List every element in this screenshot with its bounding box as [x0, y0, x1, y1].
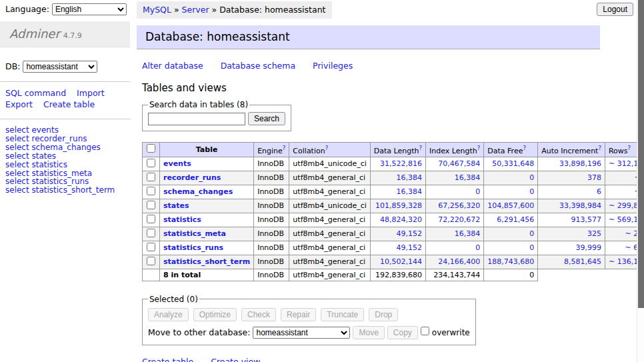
- truncate-button[interactable]: Truncate: [321, 308, 364, 321]
- help-icon[interactable]: ?: [628, 145, 631, 151]
- column-header-label: Data Free: [487, 147, 523, 155]
- sidebar-item-select-recorder-runs[interactable]: select recorder_runs: [5, 135, 130, 143]
- column-header-data-length: Data Length?: [370, 143, 425, 157]
- select-all-cell: [143, 143, 160, 157]
- row-checkbox[interactable]: [147, 257, 155, 265]
- drop-button[interactable]: Drop: [369, 308, 398, 321]
- cell-auto-increment: 6: [538, 185, 605, 199]
- table-row-states: states InnoDB utf8mb4_unicode_ci 101,859…: [143, 199, 644, 213]
- sidebar-item-select-statistics-short-term[interactable]: select statistics_short_term: [5, 186, 130, 195]
- sidebar-item-select-states[interactable]: select states: [5, 152, 130, 161]
- db-select[interactable]: homeassistant: [23, 61, 97, 73]
- help-icon[interactable]: ?: [325, 145, 329, 151]
- table-link-schema-changes[interactable]: schema_changes: [163, 187, 233, 196]
- cell-collation: utf8mb4_general_ci: [289, 171, 370, 185]
- overwrite-label[interactable]: overwrite: [432, 328, 470, 337]
- help-icon[interactable]: ?: [283, 145, 286, 151]
- create-view-link[interactable]: Create view: [211, 357, 260, 362]
- column-header-label: Collation: [293, 147, 325, 155]
- cell-auto-increment: 33,398,984: [538, 199, 605, 213]
- cell-index-length: 0: [426, 185, 484, 199]
- table-link-statistics-short-term[interactable]: statistics_short_term: [163, 257, 250, 266]
- title-bar: Database: homeassistant: [137, 25, 600, 49]
- cell-data-free: 0: [484, 185, 538, 199]
- cell-data-free: 50,331,648: [484, 157, 538, 171]
- move-button[interactable]: Move: [353, 326, 384, 339]
- table-row-statistics-short-term: statistics_short_term InnoDB utf8mb4_gen…: [143, 255, 644, 269]
- sql-command-link[interactable]: SQL command: [5, 88, 66, 98]
- sidebar-item-select-schema-changes[interactable]: select schema_changes: [5, 143, 130, 152]
- table-link-statistics-runs[interactable]: statistics_runs: [163, 243, 223, 252]
- row-checkbox[interactable]: [147, 173, 155, 181]
- row-checkbox[interactable]: [147, 201, 155, 209]
- alter-database-link[interactable]: Alter database: [142, 61, 203, 71]
- repair-button[interactable]: Repair: [281, 308, 316, 321]
- search-button[interactable]: Search: [248, 112, 285, 125]
- db-selector-row: DB:homeassistant: [5, 61, 130, 73]
- db-label: DB:: [5, 61, 20, 71]
- column-header-label: Auto Increment: [541, 147, 598, 155]
- import-link[interactable]: Import: [77, 88, 105, 98]
- search-input[interactable]: [148, 113, 245, 125]
- table-name-cell: statistics_runs: [160, 241, 254, 255]
- app-logo[interactable]: Adminer: [9, 27, 60, 41]
- analyze-button[interactable]: Analyze: [148, 308, 189, 321]
- cell-engine: InnoDB: [254, 213, 289, 227]
- export-link[interactable]: Export: [5, 99, 33, 109]
- table-row-events: events InnoDB utf8mb4_unicode_ci 31,522,…: [143, 157, 644, 171]
- row-checkbox[interactable]: [147, 215, 155, 223]
- cell-collation: utf8mb4_unicode_ci: [289, 157, 370, 171]
- table-link-states[interactable]: states: [163, 201, 189, 210]
- sidebar-item-select-statistics[interactable]: select statistics: [5, 161, 130, 169]
- row-checkbox[interactable]: [147, 243, 155, 251]
- help-icon[interactable]: ?: [477, 145, 481, 151]
- help-icon[interactable]: ?: [419, 145, 423, 151]
- select-all-checkbox[interactable]: [147, 144, 155, 153]
- cell-data-free: 6,291,456: [484, 213, 538, 227]
- column-header-collation: Collation?: [289, 143, 370, 157]
- optimize-button[interactable]: Optimize: [193, 308, 237, 321]
- main-content: Database: homeassistant Alter database D…: [137, 0, 600, 362]
- logout-button[interactable]: Logout: [597, 3, 633, 16]
- cell-data-length: 16,384: [370, 171, 425, 185]
- privileges-link[interactable]: Privileges: [313, 61, 353, 71]
- overwrite-checkbox[interactable]: [421, 327, 429, 335]
- table-link-statistics[interactable]: statistics: [163, 215, 201, 224]
- cell-data-free: 0: [484, 227, 538, 241]
- language-select[interactable]: English: [52, 3, 127, 15]
- page-title: Database: homeassistant: [145, 30, 600, 43]
- table-row-schema-changes: schema_changes InnoDB utf8mb4_general_ci…: [143, 185, 644, 199]
- table-link-events[interactable]: events: [163, 159, 191, 168]
- table-link-recorder-runs[interactable]: recorder_runs: [163, 173, 221, 182]
- cell-collation: utf8mb4_general_ci: [289, 255, 370, 269]
- cell-collation: utf8mb4_general_ci: [289, 185, 370, 199]
- help-icon[interactable]: ?: [523, 145, 526, 151]
- checkbox-cell: [143, 241, 160, 255]
- column-header-label: Index Length: [429, 147, 477, 155]
- check-button[interactable]: Check: [241, 308, 276, 321]
- cell-index-length: 70,467,584: [426, 157, 484, 171]
- cell-data-free: 0: [484, 241, 538, 255]
- sidebar-item-select-events[interactable]: select events: [5, 126, 130, 135]
- vertical-scrollbar[interactable]: [637, 0, 644, 362]
- checkbox-cell: [143, 199, 160, 213]
- app-logo-bar: Adminer4.7.9: [0, 21, 130, 47]
- cell-collation: utf8mb4_general_ci: [289, 241, 370, 255]
- cell-auto-increment: 33,898,196: [538, 157, 605, 171]
- copy-button[interactable]: Copy: [387, 326, 418, 339]
- row-checkbox[interactable]: [147, 159, 155, 167]
- create-table-link[interactable]: Create table: [142, 357, 193, 362]
- help-icon[interactable]: ?: [598, 145, 601, 151]
- column-header-engine: Engine?: [254, 143, 289, 157]
- move-db-select[interactable]: homeassistant: [253, 327, 350, 339]
- cell-data-free: 104,857,600: [484, 199, 538, 213]
- create-table-link-sidebar[interactable]: Create table: [43, 99, 95, 109]
- table-link-statistics-meta[interactable]: statistics_meta: [163, 229, 226, 238]
- cell-data-length: 101,859,328: [370, 199, 425, 213]
- scrollbar-thumb[interactable]: [638, 0, 644, 308]
- row-checkbox[interactable]: [147, 229, 155, 237]
- database-schema-link[interactable]: Database schema: [221, 61, 295, 71]
- row-checkbox[interactable]: [147, 187, 155, 195]
- sidebar-divider: [0, 119, 130, 119]
- app-version[interactable]: 4.7.9: [63, 31, 82, 40]
